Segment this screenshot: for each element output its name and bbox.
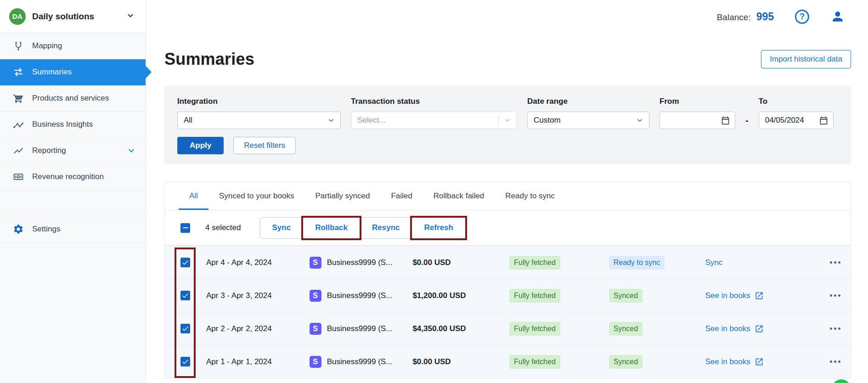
org-switcher[interactable]: DA Daily solutions [0, 0, 146, 33]
calendar-icon[interactable] [819, 116, 829, 125]
filters-panel: Integration All Transaction status Selec… [164, 85, 851, 164]
external-link-icon [755, 291, 764, 300]
fetch-status-badge: Fully fetched [509, 289, 560, 303]
selected-count: 4 selected [205, 223, 241, 232]
sidebar-item-products-and-services[interactable]: Products and services [0, 85, 146, 112]
chevron-down-icon [125, 11, 135, 23]
row-date: Apr 2 - Apr 2, 2024 [206, 324, 310, 333]
balance: Balance: 995 [717, 11, 774, 23]
gear-icon [12, 224, 24, 235]
status-tabs: All Synced to your books Partially synce… [165, 182, 851, 210]
more-options-button[interactable] [830, 327, 851, 330]
to-date-input[interactable] [765, 116, 819, 125]
row-amount: $4,350.00 USD [412, 324, 509, 333]
from-date-field[interactable] [659, 112, 735, 129]
rollback-button[interactable]: Rollback [303, 218, 360, 238]
calendar-icon[interactable] [721, 116, 730, 125]
topbar: Balance: 995 ? [146, 0, 868, 33]
fetch-status-badge: Fully fetched [509, 256, 560, 270]
tab-ready-to-sync[interactable]: Ready to sync [495, 182, 565, 210]
tab-rollback-failed[interactable]: Rollback failed [423, 182, 495, 210]
chevron-down-icon [327, 116, 336, 125]
integration-label: Integration [177, 97, 341, 106]
row-checkbox[interactable] [180, 291, 190, 300]
fetch-status-badge: Fully fetched [509, 322, 560, 336]
see-in-books-link[interactable]: See in books [705, 357, 763, 366]
table-row: Apr 2 - Apr 2, 2024 S Business9999 (S...… [165, 312, 851, 345]
sync-button[interactable]: Sync [260, 218, 303, 238]
chevron-down-icon [635, 116, 644, 125]
date-range-label: Date range [527, 97, 649, 106]
bulk-actions-group: Sync Rollback Resync Refresh [260, 217, 466, 239]
sidebar-item-label: Business Insights [32, 120, 93, 129]
reporting-icon [12, 145, 24, 156]
sidebar-item-summaries[interactable]: Summaries [0, 59, 146, 85]
balance-label: Balance: [717, 12, 751, 23]
sidebar-item-reporting[interactable]: Reporting [0, 138, 146, 164]
org-name: Daily solutions [32, 11, 119, 22]
see-in-books-link[interactable]: See in books [705, 324, 763, 333]
balance-value: 995 [756, 11, 774, 23]
row-date: Apr 1 - Apr 1, 2024 [206, 357, 310, 366]
more-options-button[interactable] [830, 360, 851, 363]
from-label: From [659, 97, 735, 106]
to-date-field[interactable] [759, 112, 834, 129]
tab-all[interactable]: All [179, 182, 209, 210]
cart-icon [12, 93, 24, 104]
more-options-button[interactable] [830, 294, 851, 297]
row-checkbox[interactable] [180, 324, 190, 333]
row-amount: $0.00 USD [412, 258, 509, 267]
more-options-button[interactable] [830, 261, 851, 264]
sidebar-divider [0, 190, 146, 216]
select-all-checkbox[interactable] [180, 223, 190, 233]
tab-partially-synced[interactable]: Partially synced [304, 182, 380, 210]
date-range-select[interactable]: Custom [527, 112, 649, 129]
sidebar-item-settings[interactable]: Settings [0, 216, 146, 242]
row-checkbox[interactable] [180, 258, 190, 267]
fetch-status-badge: Fully fetched [509, 355, 560, 369]
sidebar-item-business-insights[interactable]: Business Insights [0, 112, 146, 138]
sync-status-badge: Synced [609, 355, 643, 369]
sync-link[interactable]: Sync [705, 258, 722, 267]
stripe-icon: S [310, 323, 321, 335]
reset-filters-button[interactable]: Reset filters [233, 137, 296, 154]
integration-select[interactable]: All [177, 112, 341, 129]
row-date: Apr 4 - Apr 4, 2024 [206, 258, 310, 267]
import-historical-data-button[interactable]: Import historical data [761, 50, 851, 68]
see-in-books-link[interactable]: See in books [705, 291, 763, 300]
tab-failed[interactable]: Failed [380, 182, 423, 210]
from-date-input[interactable] [666, 116, 721, 125]
table-row: Apr 1 - Apr 1, 2024 S Business9999 (S...… [165, 345, 851, 378]
external-link-icon [755, 357, 764, 366]
resync-button[interactable]: Resync [360, 218, 411, 238]
apply-button[interactable]: Apply [177, 137, 224, 154]
sidebar-item-mapping[interactable]: Mapping [0, 33, 146, 59]
revenue-icon [12, 171, 24, 182]
integration-name: Business9999 (S... [327, 258, 393, 267]
org-avatar: DA [9, 8, 26, 25]
table-row: Apr 3 - Apr 3, 2024 S Business9999 (S...… [165, 279, 851, 312]
summaries-table: All Synced to your books Partially synce… [164, 182, 851, 378]
sync-status-badge: Ready to sync [609, 256, 665, 270]
summaries-icon [12, 67, 24, 78]
tab-synced-to-your-books[interactable]: Synced to your books [209, 182, 304, 210]
sidebar-item-label: Reporting [32, 146, 66, 155]
sync-status-badge: Synced [609, 322, 643, 336]
table-row: Apr 4 - Apr 4, 2024 S Business9999 (S...… [165, 246, 851, 279]
sidebar-item-label: Products and services [32, 94, 109, 103]
sidebar-item-revenue-recognition[interactable]: Revenue recognition [0, 164, 146, 190]
row-date: Apr 3 - Apr 3, 2024 [206, 291, 310, 300]
transaction-status-select[interactable]: Select... [351, 112, 517, 129]
user-icon[interactable] [830, 9, 845, 24]
sidebar-item-label: Settings [32, 225, 60, 234]
sidebar-item-label: Summaries [32, 68, 72, 77]
row-checkbox[interactable] [180, 357, 190, 366]
refresh-button[interactable]: Refresh [411, 218, 465, 238]
row-amount: $1,200.00 USD [412, 291, 509, 300]
sidebar-item-label: Mapping [32, 41, 62, 51]
to-label: To [759, 97, 834, 106]
insights-icon [12, 119, 24, 130]
help-icon[interactable]: ? [795, 10, 809, 24]
transaction-status-label: Transaction status [351, 97, 517, 106]
sidebar: DA Daily solutions Mapping Summaries Pro… [0, 0, 146, 383]
